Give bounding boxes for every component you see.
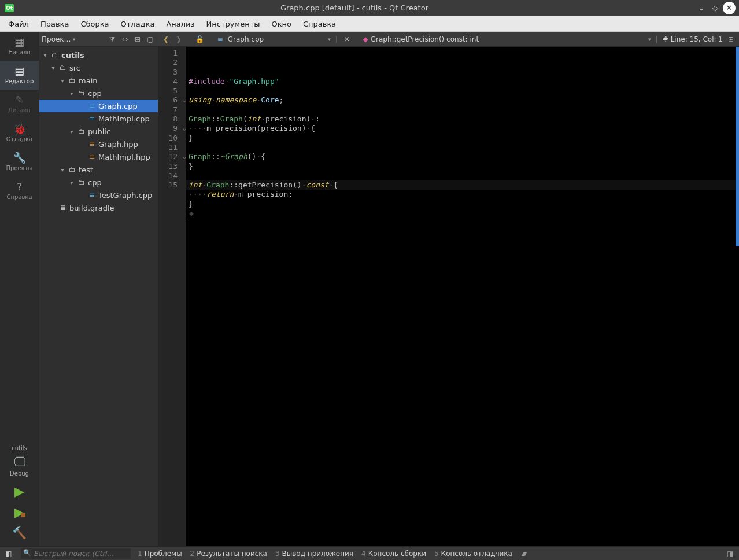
menu-build[interactable]: Сборка bbox=[75, 17, 114, 31]
project-tree-item[interactable]: ▾🗀cutils bbox=[39, 49, 158, 61]
tree-item-label: Graph.hpp bbox=[98, 140, 138, 149]
lock-icon[interactable]: 🔓 bbox=[195, 35, 204, 43]
hpp-file-icon: ≡ bbox=[88, 140, 96, 148]
bug-icon: 🐞 bbox=[13, 124, 26, 134]
mode-design[interactable]: ✎ Дизайн bbox=[0, 90, 39, 119]
chevron-icon[interactable]: ▾ bbox=[59, 167, 66, 173]
project-tree-item[interactable]: ▾🗀public bbox=[39, 125, 158, 138]
chevron-down-icon: ▾ bbox=[648, 36, 651, 42]
tree-item-label: MathImpl.cpp bbox=[98, 115, 150, 123]
folder-icon: 🗀 bbox=[51, 51, 59, 59]
window-maximize-button[interactable]: ◇ bbox=[709, 2, 722, 14]
project-tree-item[interactable]: ≡MathImpl.hpp bbox=[39, 150, 158, 163]
chevron-icon[interactable]: ▾ bbox=[50, 65, 57, 71]
left-pane-toggle-icon[interactable]: ◧ bbox=[3, 550, 14, 558]
project-tree-item[interactable]: ▾🗀cpp bbox=[39, 176, 158, 189]
open-file-combo[interactable]: ≡ Graph.cpp ▾ bbox=[215, 35, 331, 43]
editor-icon: ▤ bbox=[14, 66, 24, 76]
output-pane-tab[interactable]: 1Проблемы bbox=[138, 550, 182, 558]
chevron-icon[interactable]: ▾ bbox=[68, 90, 75, 97]
kit-name[interactable]: cutils bbox=[12, 443, 27, 454]
tree-item-label: TestGraph.cpp bbox=[98, 191, 152, 200]
chevron-icon[interactable]: ▾ bbox=[59, 78, 66, 84]
split-icon[interactable]: ⊞ bbox=[132, 35, 143, 43]
menu-window[interactable]: Окно bbox=[265, 17, 297, 31]
mode-label: Отладка bbox=[6, 136, 32, 142]
mode-projects[interactable]: 🔧 Проекты bbox=[0, 148, 39, 176]
editor-split-icon[interactable]: ⊞ bbox=[725, 35, 737, 43]
project-tree-item[interactable]: ▾🗀test bbox=[39, 163, 158, 176]
chevron-icon[interactable]: ▾ bbox=[42, 52, 49, 58]
tree-item-label: cutils bbox=[61, 51, 84, 60]
chevron-icon[interactable]: ▾ bbox=[68, 128, 75, 135]
project-tree-item[interactable]: ≡MathImpl.cpp bbox=[39, 112, 158, 125]
symbol-combo[interactable]: Graph::getPrecision() const: int bbox=[371, 35, 479, 43]
chevron-icon[interactable]: ▾ bbox=[68, 179, 75, 186]
tree-item-label: main bbox=[79, 76, 97, 85]
mode-editor[interactable]: ▤ Редактор bbox=[0, 61, 39, 90]
wrench-icon: 🔧 bbox=[13, 153, 26, 163]
tree-item-label: MathImpl.hpp bbox=[98, 153, 150, 161]
project-sidebar: Проек…▾ ⧩ ⇔ ⊞ ▢ ▾🗀cutils▾🗀src▾🗀main▾🗀cpp… bbox=[39, 32, 158, 546]
sidebar-view-combo[interactable]: Проек…▾ bbox=[42, 35, 105, 43]
mode-label: Дизайн bbox=[8, 107, 31, 113]
folder-icon: 🗀 bbox=[68, 165, 76, 174]
pencil-icon: ✎ bbox=[15, 95, 24, 105]
mode-debug[interactable]: 🐞 Отладка bbox=[0, 119, 39, 148]
chevron-down-icon: ▾ bbox=[328, 36, 331, 42]
linecol-hash[interactable]: # bbox=[663, 35, 668, 43]
project-tree-item[interactable]: ≡Graph.hpp bbox=[39, 138, 158, 150]
cpp-file-icon: ≡ bbox=[88, 115, 96, 123]
hpp-file-icon: ≡ bbox=[88, 153, 96, 161]
folder-icon: 🗀 bbox=[77, 178, 86, 186]
line-number-gutter[interactable]: 123456⌄789⌄101112⌄131415 bbox=[158, 47, 186, 546]
menu-analyze[interactable]: Анализ bbox=[160, 17, 200, 31]
cpp-file-icon: ≡ bbox=[88, 191, 96, 199]
window-titlebar: Qt Graph.cpp [default] - cutils - Qt Cre… bbox=[0, 0, 739, 16]
project-tree-item[interactable]: ≡TestGraph.cpp bbox=[39, 189, 158, 201]
mode-label: Проекты bbox=[6, 165, 33, 171]
line-col-indicator[interactable]: Line: 15, Col: 1 bbox=[671, 35, 723, 43]
run-button[interactable]: ▶ bbox=[6, 481, 34, 501]
menu-debug[interactable]: Отладка bbox=[115, 17, 161, 31]
menu-file[interactable]: Файл bbox=[2, 17, 35, 31]
project-tree-item[interactable]: ▾🗀main bbox=[39, 74, 158, 87]
locator-input[interactable] bbox=[21, 548, 131, 559]
close-file-icon[interactable]: ✕ bbox=[342, 35, 352, 43]
project-tree-item[interactable]: ≣build.gradle bbox=[39, 201, 158, 214]
folder-icon: 🗀 bbox=[68, 76, 76, 84]
output-pane-tab[interactable]: 4Консоль сборки bbox=[361, 550, 426, 558]
build-config[interactable]: Debug bbox=[10, 470, 29, 480]
window-close-button[interactable]: ✕ bbox=[723, 2, 736, 14]
project-tree-item[interactable]: ≡Graph.cpp bbox=[39, 100, 158, 112]
menu-help[interactable]: Справка bbox=[297, 17, 342, 31]
project-tree[interactable]: ▾🗀cutils▾🗀src▾🗀main▾🗀cpp≡Graph.cpp≡MathI… bbox=[39, 47, 158, 546]
mode-help[interactable]: ? Справка bbox=[0, 176, 39, 205]
output-pane-tab[interactable]: 5Консоль отладчика bbox=[434, 550, 512, 558]
nav-back-icon[interactable]: ❮ bbox=[161, 35, 171, 43]
menu-bar: Файл Правка Сборка Отладка Анализ Инстру… bbox=[0, 16, 739, 32]
window-minimize-button[interactable]: ⌄ bbox=[695, 2, 708, 14]
nav-fwd-icon[interactable]: ❯ bbox=[173, 35, 184, 43]
output-pane-tab[interactable]: 2Результаты поиска bbox=[190, 550, 267, 558]
tree-item-label: public bbox=[88, 127, 110, 136]
close-pane-icon[interactable]: ▢ bbox=[145, 35, 156, 43]
right-pane-toggle-icon[interactable]: ◨ bbox=[725, 550, 736, 558]
editor-area: ❮ ❯ 🔓 ≡ Graph.cpp ▾ | ✕ ◆ Graph::getPrec… bbox=[158, 32, 739, 546]
output-pane-tab[interactable]: 3Вывод приложения bbox=[275, 550, 353, 558]
monitor-icon[interactable]: 🖵 bbox=[13, 455, 26, 469]
filter-icon[interactable]: ⧩ bbox=[107, 35, 117, 43]
code-editor[interactable]: #include·"Graph.hpp" using·namespace·Cor… bbox=[186, 47, 739, 546]
menu-tools[interactable]: Инструменты bbox=[200, 17, 265, 31]
run-debug-button[interactable]: ▶ bbox=[6, 502, 34, 522]
link-icon[interactable]: ⇔ bbox=[120, 35, 130, 43]
project-tree-item[interactable]: ▾🗀src bbox=[39, 61, 158, 74]
cpp-file-icon: ≡ bbox=[88, 102, 96, 110]
build-button[interactable]: 🔨 bbox=[6, 523, 34, 543]
pane-updown-icon[interactable]: ▴▾ bbox=[519, 550, 525, 558]
menu-edit[interactable]: Правка bbox=[35, 17, 75, 31]
mode-welcome[interactable]: ▦ Начало bbox=[0, 32, 39, 61]
help-icon: ? bbox=[17, 182, 23, 192]
project-tree-item[interactable]: ▾🗀cpp bbox=[39, 87, 158, 100]
bottom-bar: ◧ 1Проблемы2Результаты поиска3Вывод прил… bbox=[0, 546, 739, 560]
